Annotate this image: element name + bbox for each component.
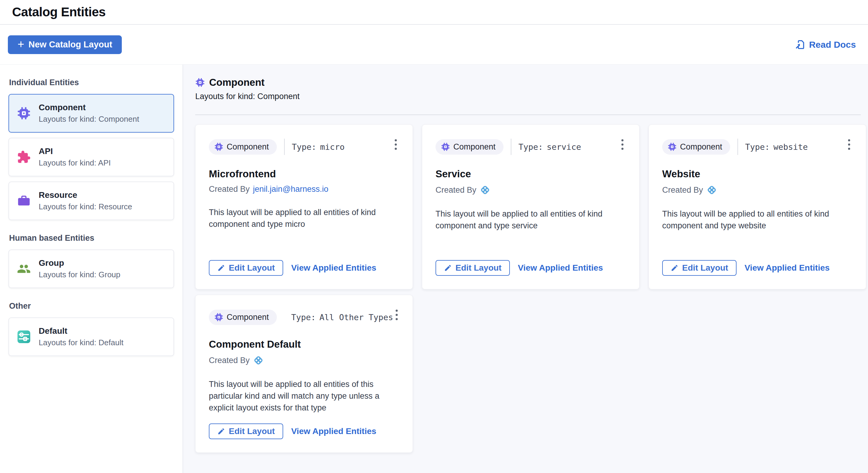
sidebar-item-name: Default xyxy=(39,326,123,336)
edit-layout-button[interactable]: Edit Layout xyxy=(209,424,283,439)
sidebar-item-description: Layouts for kind: API xyxy=(39,158,111,168)
sidebar-item-component[interactable]: Component Layouts for kind: Component xyxy=(8,94,174,133)
created-by: Created By xyxy=(209,355,399,366)
layout-card-microfrontend: Component Type: micro Microfrontend xyxy=(195,125,413,290)
sidebar-item-name: Resource xyxy=(39,190,132,200)
title-bar: Catalog Entities xyxy=(0,0,868,25)
component-chip-icon xyxy=(441,142,450,151)
divider xyxy=(738,139,738,155)
view-applied-entities-link[interactable]: View Applied Entities xyxy=(291,427,376,436)
puzzle-icon xyxy=(17,150,31,164)
content-area: Individual Entities Component Layouts fo… xyxy=(0,64,868,473)
view-applied-entities-link[interactable]: View Applied Entities xyxy=(518,263,603,273)
divider xyxy=(195,114,861,115)
type-text: Type: service xyxy=(519,142,581,151)
divider xyxy=(284,139,285,155)
section-label-other: Other xyxy=(9,301,174,311)
card-title: Microfrontend xyxy=(209,168,399,180)
sidebar-item-group[interactable]: Group Layouts for kind: Group xyxy=(8,249,174,288)
layout-cards-grid: Component Type: micro Microfrontend xyxy=(195,125,867,453)
sidebar-item-description: Layouts for kind: Component xyxy=(39,114,139,124)
component-chip-icon xyxy=(668,142,677,151)
type-text: Type: website xyxy=(745,142,808,151)
section-label-individual-entities: Individual Entities xyxy=(9,78,174,87)
harness-logo-icon xyxy=(706,184,717,195)
component-chip-icon xyxy=(17,106,31,120)
new-catalog-layout-button[interactable]: + New Catalog Layout xyxy=(8,35,122,54)
kind-badge: Component xyxy=(662,139,730,155)
read-docs-icon xyxy=(794,39,805,50)
sidebar-item-description: Layouts for kind: Default xyxy=(39,338,123,347)
type-text: Type: All Other Types xyxy=(291,313,393,322)
kind-badge: Component xyxy=(209,139,277,155)
layout-card-service: Component Type: service Service Cre xyxy=(422,125,640,290)
layout-card-website: Component Type: website Website Cre xyxy=(649,125,866,290)
created-by: Created By xyxy=(662,184,852,195)
sidebar-item-api[interactable]: API Layouts for kind: API xyxy=(8,138,174,176)
component-chip-icon xyxy=(214,142,223,151)
sidebar-item-name: Group xyxy=(39,258,120,268)
card-title: Website xyxy=(662,168,852,180)
view-applied-entities-link[interactable]: View Applied Entities xyxy=(291,263,376,273)
card-description: This layout will be applied to all entit… xyxy=(435,208,626,232)
edit-layout-button[interactable]: Edit Layout xyxy=(435,260,510,276)
divider xyxy=(511,139,512,155)
card-description: This layout will be applied to all entit… xyxy=(662,208,852,232)
pencil-icon xyxy=(217,428,225,435)
sidebar-item-name: API xyxy=(39,146,111,156)
people-icon xyxy=(17,262,31,276)
edit-layout-button[interactable]: Edit Layout xyxy=(662,260,737,276)
created-by: Created By jenil.jain@harness.io xyxy=(209,184,399,194)
layout-card-component-default: Component Type: All Other Types Componen… xyxy=(195,295,413,453)
kind-badge: Component xyxy=(209,310,277,325)
sidebar-item-resource[interactable]: Resource Layouts for kind: Resource xyxy=(8,181,174,220)
main-title: Component xyxy=(209,77,265,88)
plus-icon: + xyxy=(18,38,24,50)
kind-badge: Component xyxy=(435,139,503,155)
created-by: Created By xyxy=(435,184,626,195)
sidebar-item-description: Layouts for kind: Resource xyxy=(39,202,132,211)
creator-email-link[interactable]: jenil.jain@harness.io xyxy=(253,184,329,194)
card-description: This layout will be applied to all entit… xyxy=(209,378,399,414)
card-description: This layout will be applied to all entit… xyxy=(209,207,399,230)
read-docs-link[interactable]: Read Docs xyxy=(794,39,856,50)
read-docs-label: Read Docs xyxy=(809,40,856,50)
type-text: Type: micro xyxy=(292,142,345,151)
harness-logo-icon xyxy=(253,355,264,366)
kebab-menu-icon[interactable] xyxy=(392,137,399,152)
layouts-panel: Component Layouts for kind: Component Co… xyxy=(183,65,868,473)
main-subtitle: Layouts for kind: Component xyxy=(195,92,861,101)
kebab-menu-icon[interactable] xyxy=(393,307,400,323)
pencil-icon xyxy=(217,264,225,272)
new-catalog-layout-label: New Catalog Layout xyxy=(28,40,112,49)
card-title: Component Default xyxy=(209,339,399,350)
page-title: Catalog Entities xyxy=(12,5,105,19)
edit-layout-button[interactable]: Edit Layout xyxy=(209,260,283,276)
sliders-icon xyxy=(17,330,31,344)
pencil-icon xyxy=(444,264,452,272)
card-title: Service xyxy=(435,168,626,180)
harness-logo-icon xyxy=(479,184,491,195)
section-label-human-based-entities: Human based Entities xyxy=(9,234,174,243)
main-header: Component xyxy=(195,77,861,88)
toolbar: + New Catalog Layout Read Docs xyxy=(0,25,868,64)
pencil-icon xyxy=(671,264,679,272)
view-applied-entities-link[interactable]: View Applied Entities xyxy=(744,263,830,273)
sidebar-item-default[interactable]: Default Layouts for kind: Default xyxy=(8,317,174,356)
component-chip-icon xyxy=(214,313,223,322)
catalog-entities-page: Catalog Entities + New Catalog Layout Re… xyxy=(0,0,868,473)
sidebar-item-name: Component xyxy=(39,103,139,112)
kebab-menu-icon[interactable] xyxy=(619,137,626,152)
entity-kind-sidebar: Individual Entities Component Layouts fo… xyxy=(0,65,183,473)
sidebar-item-description: Layouts for kind: Group xyxy=(39,270,120,279)
kebab-menu-icon[interactable] xyxy=(846,137,852,152)
briefcase-icon xyxy=(17,194,31,208)
component-chip-icon xyxy=(195,78,205,87)
